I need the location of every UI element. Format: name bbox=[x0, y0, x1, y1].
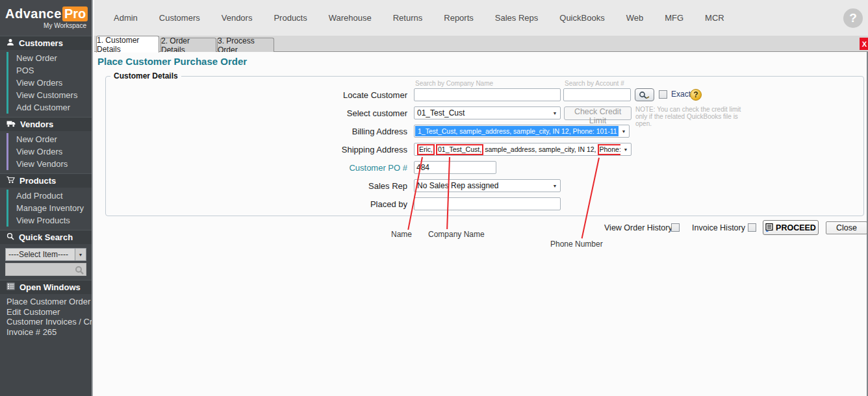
invoice-history-label: Invoice History bbox=[692, 223, 745, 232]
billing-address-dropdown[interactable]: 1_Test_Cust, sample_address, sample_city… bbox=[414, 125, 630, 138]
truck-icon bbox=[6, 119, 16, 129]
open-window-edit-customer[interactable]: Edit Customer bbox=[6, 307, 92, 317]
annotation-label-phone-number: Phone Number bbox=[550, 240, 603, 249]
quick-search-item-select[interactable]: ----Select Item---- ▼ bbox=[5, 248, 86, 261]
label-locate-customer: Locate Customer bbox=[289, 90, 407, 100]
open-window-customer-invoices[interactable]: Customer Invoices / Cre bbox=[6, 317, 92, 327]
view-order-history-checkbox[interactable] bbox=[671, 223, 680, 232]
sidebar-item-vendors-view-orders[interactable]: View Orders bbox=[6, 145, 92, 158]
tab-order-details[interactable]: 2. Order Details bbox=[160, 38, 216, 52]
open-window-place-customer-order[interactable]: Place Customer Order bbox=[6, 297, 92, 307]
sidebar-item-add-customer[interactable]: Add Customer bbox=[6, 101, 92, 114]
nav-customers[interactable]: Customers bbox=[159, 13, 200, 23]
proceed-button[interactable]: PROCEED bbox=[763, 220, 819, 235]
sidebar-item-view-products[interactable]: View Products bbox=[6, 214, 92, 227]
note-line: open. bbox=[635, 120, 759, 127]
select-customer-dropdown[interactable]: 01_Test_Cust ▼ bbox=[414, 106, 561, 119]
label-placed-by: Placed by bbox=[289, 199, 407, 209]
sales-rep-dropdown[interactable]: No Sales Rep assigned ▼ bbox=[414, 179, 561, 192]
help-icon[interactable]: ? bbox=[690, 89, 702, 101]
placed-by-input[interactable] bbox=[414, 197, 561, 210]
nav-web[interactable]: Web bbox=[626, 13, 644, 23]
nav-products[interactable]: Products bbox=[274, 13, 307, 23]
sidebar-item-view-vendors[interactable]: View Vendors bbox=[6, 158, 92, 170]
label-sales-rep: Sales Rep bbox=[289, 181, 407, 191]
tab-strip: 1. Customer Details 2. Order Details 3. … bbox=[94, 36, 868, 52]
sidebar-item-manage-inventory[interactable]: Manage Inventory bbox=[6, 202, 92, 214]
windows-list-icon bbox=[6, 282, 15, 292]
shipping-address-value: Eric,01_Test_Cust,sample_address, sample… bbox=[415, 143, 620, 155]
app-logo: Advance Pro My Workspace bbox=[0, 0, 92, 36]
sidebar-section-title: Vendors bbox=[20, 119, 53, 129]
annotation-box-company: 01_Test_Cust, bbox=[436, 144, 483, 155]
sidebar-section-open-windows: Open Windows bbox=[0, 280, 92, 294]
annotation-box-phone: Phone: 1 bbox=[598, 144, 620, 155]
sidebar-item-customers-new-order[interactable]: New Order bbox=[6, 52, 92, 64]
action-row: View Order History Invoice History PROCE… bbox=[94, 221, 864, 237]
nav-admin[interactable]: Admin bbox=[114, 13, 138, 23]
label-select-customer: Select customer bbox=[289, 108, 407, 118]
nav-returns[interactable]: Returns bbox=[393, 13, 423, 23]
top-navigation: Admin Customers Vendors Products Warehou… bbox=[94, 0, 868, 36]
nav-mcr[interactable]: MCR bbox=[705, 13, 724, 23]
locate-customer-company-input[interactable] bbox=[414, 88, 561, 101]
close-button[interactable]: Close bbox=[826, 221, 867, 234]
note-line: only if the related QuickBooks file is bbox=[635, 113, 759, 120]
shipping-address-dropdown[interactable]: Eric,01_Test_Cust,sample_address, sample… bbox=[414, 143, 632, 156]
close-icon[interactable]: X bbox=[860, 38, 868, 50]
nav-warehouse[interactable]: Warehouse bbox=[329, 13, 372, 23]
sales-rep-value: No Sales Rep assigned bbox=[415, 180, 550, 192]
user-icon bbox=[6, 38, 14, 48]
locate-customer-search-button[interactable] bbox=[635, 88, 654, 101]
tab-process-order[interactable]: 3. Process Order bbox=[217, 38, 274, 52]
sidebar-section-products[interactable]: Products bbox=[0, 173, 92, 188]
tab-customer-details[interactable]: 1. Customer Details bbox=[96, 36, 159, 53]
customer-po-input[interactable] bbox=[414, 161, 496, 174]
cart-icon bbox=[6, 176, 15, 186]
sidebar-item-vendors-new-order[interactable]: New Order bbox=[6, 133, 92, 145]
sidebar-section-quick-search: Quick Search bbox=[0, 230, 92, 244]
nav-quickbooks[interactable]: QuickBooks bbox=[559, 13, 604, 23]
logo-text: Advance bbox=[5, 6, 62, 21]
invoice-history-checkbox[interactable] bbox=[748, 223, 756, 232]
groupbox-legend: Customer Details bbox=[110, 71, 181, 80]
view-order-history-label: View Order History bbox=[604, 223, 672, 232]
main-content: Place Customer Purchase Order Customer D… bbox=[94, 52, 868, 396]
chevron-down-icon[interactable]: ▼ bbox=[75, 249, 86, 260]
quick-search-selected-value: ----Select Item---- bbox=[6, 250, 75, 259]
sidebar-item-pos[interactable]: POS bbox=[6, 64, 92, 77]
locate-customer-account-input[interactable] bbox=[563, 88, 631, 101]
sidebar-section-title: Customers bbox=[19, 38, 63, 48]
hint-search-by-account: Search by Account # bbox=[565, 80, 624, 87]
nav-sales-reps[interactable]: Sales Reps bbox=[495, 13, 538, 23]
help-icon[interactable]: ? bbox=[843, 8, 863, 28]
sidebar: Advance Pro My Workspace Customers New O… bbox=[0, 0, 93, 396]
open-window-invoice-265[interactable]: Invoice # 265 bbox=[6, 327, 92, 338]
hint-search-by-company-name: Search by Company Name bbox=[415, 80, 493, 87]
sidebar-section-vendors[interactable]: Vendors bbox=[0, 117, 92, 131]
check-credit-limit-button[interactable]: Check Credit Limit bbox=[564, 106, 632, 120]
proceed-label: PROCEED bbox=[776, 223, 816, 232]
sidebar-section-title: Quick Search bbox=[19, 232, 73, 242]
exact-label: Exact bbox=[671, 90, 691, 99]
nav-reports[interactable]: Reports bbox=[444, 13, 474, 23]
nav-mfg[interactable]: MFG bbox=[665, 13, 683, 23]
nav-vendors[interactable]: Vendors bbox=[222, 13, 253, 23]
sidebar-section-title: Products bbox=[19, 176, 56, 186]
credit-limit-note: NOTE: You can check the credit limit onl… bbox=[635, 106, 759, 127]
sidebar-section-title: Open Windows bbox=[19, 282, 81, 292]
sidebar-item-add-product[interactable]: Add Product bbox=[6, 190, 92, 202]
document-icon bbox=[765, 223, 773, 232]
label-billing-address: Billing Address bbox=[289, 127, 407, 136]
sidebar-section-customers[interactable]: Customers bbox=[0, 36, 92, 50]
shipping-address-middle: sample_address, sample_city, IN 12, bbox=[485, 143, 596, 155]
annotation-box-name: Eric, bbox=[417, 144, 435, 155]
quick-search-input[interactable] bbox=[5, 263, 86, 276]
search-key-icon bbox=[639, 91, 650, 99]
chevron-down-icon: ▼ bbox=[619, 125, 629, 137]
sidebar-item-view-customers[interactable]: View Customers bbox=[6, 89, 92, 101]
exact-checkbox[interactable] bbox=[659, 90, 667, 99]
sidebar-item-customers-view-orders[interactable]: View Orders bbox=[6, 77, 92, 89]
billing-address-value: 1_Test_Cust, sample_address, sample_city… bbox=[415, 126, 619, 136]
chevron-down-icon: ▼ bbox=[620, 143, 631, 155]
